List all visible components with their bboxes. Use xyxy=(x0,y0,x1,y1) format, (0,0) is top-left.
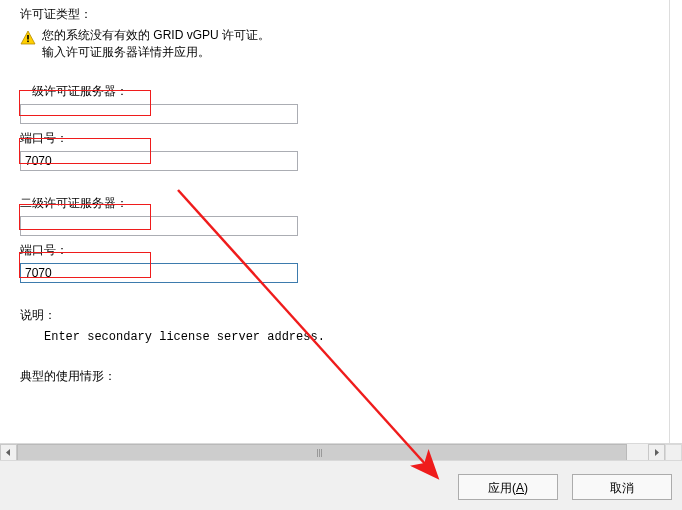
svg-marker-4 xyxy=(655,449,659,456)
secondary-server-input[interactable] xyxy=(20,216,298,236)
scroll-thumb[interactable] xyxy=(17,444,627,461)
svg-rect-2 xyxy=(27,41,29,43)
primary-server-label: 一级许可证服务器： xyxy=(20,83,649,100)
warning-line2: 输入许可证服务器详情并应用。 xyxy=(42,44,270,61)
svg-marker-3 xyxy=(6,449,10,456)
scroll-track[interactable] xyxy=(17,444,648,461)
apply-button[interactable]: 应用(A) xyxy=(458,474,558,500)
secondary-port-label: 端口号： xyxy=(20,242,649,259)
scrollbar-corner xyxy=(665,444,682,461)
horizontal-scrollbar[interactable] xyxy=(0,443,682,461)
svg-rect-1 xyxy=(27,35,29,40)
primary-port-input[interactable] xyxy=(20,151,298,171)
license-type-label: 许可证类型： xyxy=(20,6,649,23)
scroll-left-button[interactable] xyxy=(0,444,17,461)
primary-server-input[interactable] xyxy=(20,104,298,124)
cancel-button[interactable]: 取消 xyxy=(572,474,672,500)
scroll-right-button[interactable] xyxy=(648,444,665,461)
secondary-port-input[interactable] xyxy=(20,263,298,283)
secondary-server-label: 二级许可证服务器： xyxy=(20,195,649,212)
primary-port-label: 端口号： xyxy=(20,130,649,147)
description-label: 说明： xyxy=(20,307,649,324)
description-text: Enter secondary license server address. xyxy=(44,330,649,344)
warning-line1: 您的系统没有有效的 GRID vGPU 许可证。 xyxy=(42,27,270,44)
warning-icon xyxy=(20,30,36,46)
typical-usage-label: 典型的使用情形： xyxy=(20,368,649,385)
